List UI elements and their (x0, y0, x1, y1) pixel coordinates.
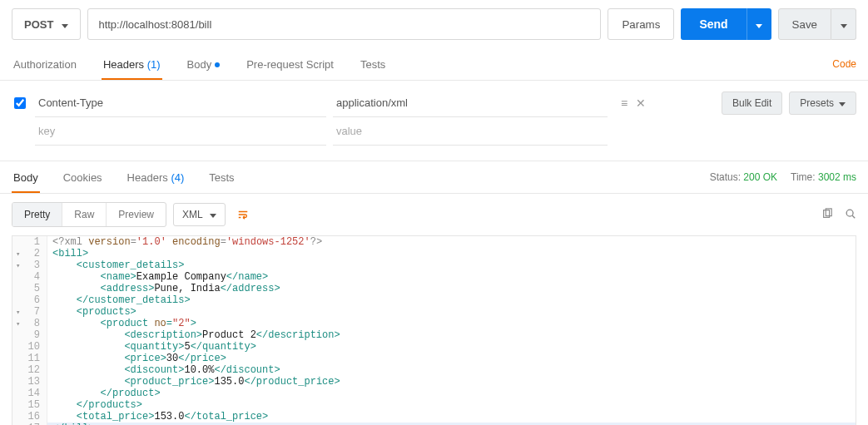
header-value-input-empty[interactable] (333, 123, 608, 139)
tab-body[interactable]: Body (186, 50, 222, 79)
line-number: 5 (12, 283, 47, 294)
response-tab-cookies[interactable]: Cookies (62, 163, 104, 192)
line-number: 1 (12, 236, 47, 248)
response-tab-tests[interactable]: Tests (207, 163, 236, 192)
wrap-lines-button[interactable] (232, 205, 254, 224)
header-row-checkbox[interactable] (14, 97, 26, 109)
code-content: <name>Example Company</name> (47, 271, 268, 283)
code-content: <discount>10.0%</discount> (47, 364, 280, 376)
response-tab-headers[interactable]: Headers (4) (126, 163, 186, 192)
svg-line-3 (852, 215, 855, 218)
presets-button[interactable]: Presets (789, 91, 856, 115)
headers-editor: ≡ ✕ Bulk Edit Presets (0, 81, 868, 151)
line-number: 11 (12, 353, 47, 364)
code-line: 16 <total_price>153.0</total_price> (12, 411, 856, 423)
code-link[interactable]: Code (832, 58, 856, 70)
line-number: 8 (12, 318, 47, 329)
code-line: 1<?xml version='1.0' encoding='windows-1… (12, 236, 856, 248)
tab-headers-count: (1) (147, 58, 161, 71)
chevron-down-icon (210, 209, 216, 220)
send-button[interactable]: Send (681, 8, 746, 40)
code-content: <description>Product 2</description> (47, 329, 340, 341)
code-content: </product> (47, 388, 161, 399)
reorder-icon[interactable]: ≡ (621, 96, 627, 110)
response-viewer-toolbar: Pretty Raw Preview XML (0, 194, 868, 235)
header-row-empty (12, 117, 856, 146)
line-number: 12 (12, 364, 47, 376)
code-content: </products> (47, 399, 142, 411)
bulk-edit-button[interactable]: Bulk Edit (722, 91, 782, 115)
line-number: 9 (12, 329, 47, 341)
code-line: 14 </product> (12, 388, 856, 399)
code-line: 8 <product no="2"> (12, 318, 856, 329)
tab-tests[interactable]: Tests (359, 50, 387, 79)
copy-icon (821, 208, 833, 220)
response-body-viewer[interactable]: 1<?xml version='1.0' encoding='windows-1… (12, 235, 856, 425)
tab-headers[interactable]: Headers (1) (102, 50, 162, 79)
code-line: 15 </products> (12, 399, 856, 411)
send-dropdown-button[interactable] (746, 8, 771, 40)
code-content: <total_price>153.0</total_price> (47, 411, 268, 423)
save-button[interactable]: Save (778, 8, 831, 40)
time-value: 3002 ms (818, 171, 856, 183)
code-content: <customer_details> (47, 259, 184, 271)
request-tabs-row: Authorization Headers (1) Body Pre-reque… (0, 48, 868, 81)
code-line: 10 <quantity>5</quantity> (12, 341, 856, 353)
url-input[interactable] (87, 8, 601, 40)
code-line: 4 <name>Example Company</name> (12, 271, 856, 283)
svg-point-2 (846, 210, 853, 216)
header-value-input[interactable] (333, 95, 608, 111)
search-icon (845, 208, 856, 220)
code-content: <product_price>135.0</product_price> (47, 376, 340, 388)
line-number: 7 (12, 306, 47, 318)
delete-row-icon[interactable]: ✕ (636, 96, 646, 110)
status-label: Status: (710, 171, 741, 183)
response-tab-body[interactable]: Body (12, 163, 40, 192)
header-key-input-empty[interactable] (35, 123, 326, 139)
response-tabs-row: Body Cookies Headers (4) Tests Status: 2… (0, 161, 868, 194)
line-number: 6 (12, 294, 47, 306)
header-row: ≡ ✕ Bulk Edit Presets (12, 89, 856, 117)
line-number: 3 (12, 259, 47, 271)
code-line: 13 <product_price>135.0</product_price> (12, 376, 856, 388)
copy-response-button[interactable] (821, 208, 833, 222)
line-number: 4 (12, 271, 47, 283)
status-value: 200 OK (743, 171, 777, 183)
code-content: <address>Pune, India</address> (47, 283, 280, 294)
line-number: 10 (12, 341, 47, 353)
code-line: 7 <products> (12, 306, 856, 318)
line-number: 13 (12, 376, 47, 388)
presets-label: Presets (800, 97, 834, 109)
code-line: 12 <discount>10.0%</discount> (12, 364, 856, 376)
http-method-label: POST (24, 18, 53, 31)
tab-authorization[interactable]: Authorization (12, 50, 78, 79)
format-label: XML (182, 209, 203, 220)
wrap-icon (237, 209, 249, 220)
search-response-button[interactable] (845, 208, 856, 222)
http-method-select[interactable]: POST (12, 8, 81, 40)
response-tab-headers-count: (4) (171, 171, 184, 184)
code-content: <bill> (47, 248, 88, 259)
tab-headers-label: Headers (103, 58, 144, 71)
code-line: 5 <address>Pune, India</address> (12, 283, 856, 294)
code-line: 11 <price>30</price> (12, 353, 856, 364)
response-status: Status: 200 OK Time: 3002 ms (710, 171, 856, 183)
view-mode-pretty[interactable]: Pretty (12, 203, 62, 226)
chevron-down-icon (756, 18, 762, 31)
view-mode-raw[interactable]: Raw (62, 203, 107, 226)
line-number: 2 (12, 248, 47, 259)
code-content: <?xml version='1.0' encoding='windows-12… (47, 236, 322, 248)
format-select[interactable]: XML (173, 203, 226, 226)
header-key-input[interactable] (35, 95, 326, 111)
code-line: 3 <customer_details> (12, 259, 856, 271)
code-line: 2<bill> (12, 248, 856, 259)
response-tab-headers-label: Headers (127, 171, 168, 184)
tab-body-label: Body (187, 58, 212, 71)
code-line: 9 <description>Product 2</description> (12, 329, 856, 341)
save-dropdown-button[interactable] (831, 8, 856, 40)
view-mode-preview[interactable]: Preview (107, 203, 166, 226)
request-bar: POST Params Send Save (0, 0, 868, 48)
code-content: </customer_details> (47, 294, 191, 306)
params-button[interactable]: Params (608, 8, 674, 40)
tab-prerequest[interactable]: Pre-request Script (245, 50, 335, 79)
